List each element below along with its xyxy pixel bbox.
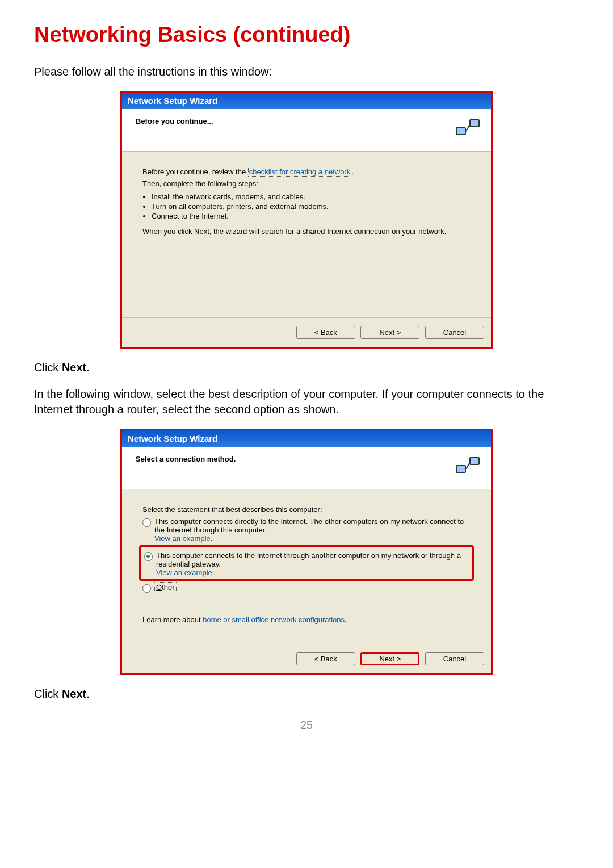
wizard1-line3: When you click Next, the wizard will sea… <box>142 227 471 236</box>
page-number: 25 <box>34 719 579 732</box>
next-button-highlighted[interactable]: Next > <box>360 652 419 665</box>
learn-more-link[interactable]: home or small office network configurati… <box>203 615 345 624</box>
wizard2-prompt: Select the statement that best describes… <box>142 505 471 514</box>
wizard1-buttons: < Back Next > Cancel <box>122 317 491 347</box>
wizard2-content: Select the statement that best describes… <box>122 489 491 644</box>
back-button[interactable]: < Back <box>296 652 355 665</box>
cancel-button[interactable]: Cancel <box>425 652 484 665</box>
wizard1-header-text: Before you continue... <box>136 117 213 125</box>
opt1-label: This computer connects directly to the I… <box>154 517 464 534</box>
view-example-link[interactable]: View an example. <box>156 568 214 577</box>
next-button[interactable]: Next > <box>360 326 419 339</box>
network-wizard-icon <box>455 117 482 141</box>
svg-rect-1 <box>457 128 465 134</box>
click-next-2: Click Next. <box>34 686 579 702</box>
list-item: Install the network cards, modems, and c… <box>152 192 471 201</box>
svg-rect-5 <box>457 466 465 472</box>
checklist-link[interactable]: checklist for creating a network <box>248 167 351 177</box>
wizard1-header: Before you continue... <box>122 109 491 152</box>
wizard-before-continue: Network Setup Wizard Before you continue… <box>120 91 493 349</box>
view-example-link[interactable]: View an example. <box>154 534 212 543</box>
back-button[interactable]: < Back <box>296 326 355 339</box>
opt3-label: Other <box>154 582 177 592</box>
radio-icon[interactable] <box>142 584 151 593</box>
option-gateway[interactable]: This computer connects to the Internet t… <box>144 551 469 577</box>
page-title: Networking Basics (continued) <box>34 23 579 47</box>
click-next-1: Click Next. <box>34 360 579 375</box>
next-bold: Next <box>62 361 86 374</box>
option-direct[interactable]: This computer connects directly to the I… <box>142 517 471 543</box>
wizard1-line2: Then, complete the following steps: <box>142 179 471 188</box>
option-other[interactable]: Other <box>142 583 471 593</box>
svg-rect-7 <box>471 458 478 464</box>
wizard1-line1-pre: Before you continue, review the <box>142 167 248 176</box>
wizard1-content: Before you continue, review the checklis… <box>122 152 491 317</box>
wizard1-bullets: Install the network cards, modems, and c… <box>152 192 471 220</box>
intro-text: Please follow all the instructions in th… <box>34 64 579 79</box>
list-item: Connect to the Internet. <box>152 212 471 220</box>
wizard2-buttons: < Back Next > Cancel <box>122 644 491 673</box>
radio-icon[interactable] <box>142 518 151 527</box>
click-text: Click <box>34 687 62 700</box>
next-bold: Next <box>62 687 86 700</box>
wizard-connection-method: Network Setup Wizard Select a connection… <box>120 429 493 675</box>
svg-rect-3 <box>471 120 478 126</box>
list-item: Turn on all computers, printers, and ext… <box>152 202 471 211</box>
wizard2-header-text: Select a connection method. <box>136 455 236 463</box>
option-gateway-highlighted: This computer connects to the Internet t… <box>139 545 474 581</box>
period: . <box>86 687 90 700</box>
cancel-button[interactable]: Cancel <box>425 326 484 339</box>
learn-pre: Learn more about <box>142 615 203 624</box>
wizard1-titlebar: Network Setup Wizard <box>122 93 491 109</box>
wizard2-header: Select a connection method. <box>122 447 491 489</box>
wizard2-titlebar: Network Setup Wizard <box>122 430 491 447</box>
radio-icon-selected[interactable] <box>144 552 153 561</box>
opt2-label: This computer connects to the Internet t… <box>156 551 461 568</box>
period: . <box>86 361 90 374</box>
network-wizard-icon <box>455 455 482 479</box>
click-text: Click <box>34 361 62 374</box>
para2: In the following window, select the best… <box>34 387 579 417</box>
